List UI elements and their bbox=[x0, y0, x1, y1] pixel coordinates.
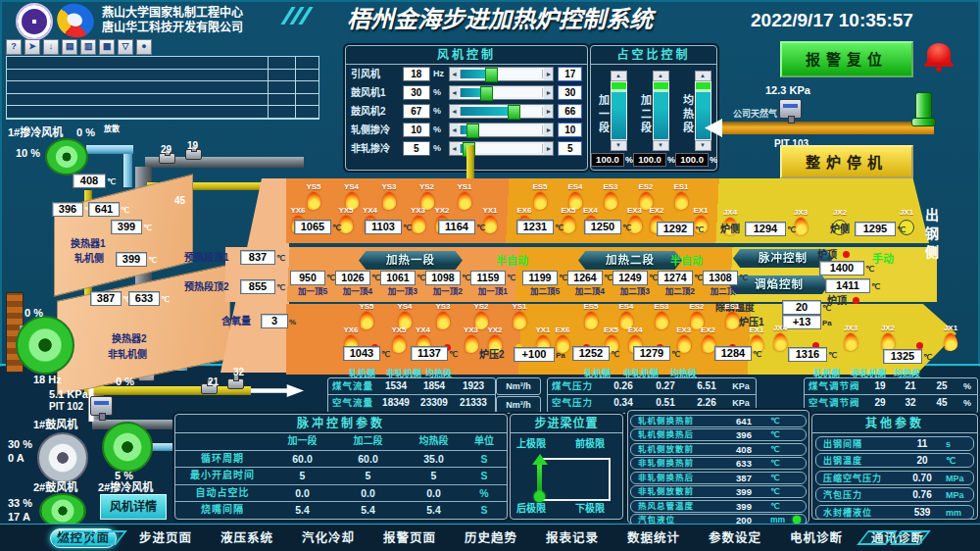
fan-feedback-value: 5 bbox=[403, 141, 430, 156]
fan-slider[interactable]: ◄ ► bbox=[449, 85, 554, 100]
slider-left-arrow[interactable]: ◄ bbox=[450, 142, 459, 155]
slider-right-arrow[interactable]: ► bbox=[544, 68, 553, 80]
duty-slider[interactable]: ▲ ▼ bbox=[695, 71, 711, 151]
unit-c: ℃ bbox=[403, 224, 412, 232]
furnace-stop-button[interactable]: 整炉停机 bbox=[780, 145, 913, 178]
nav-tab[interactable]: 汽化冷却 bbox=[296, 529, 361, 548]
fan-setpoint[interactable]: 30 bbox=[558, 85, 582, 100]
slider-up-arrow[interactable]: ▲ bbox=[611, 71, 627, 81]
slider-left-arrow[interactable]: ◄ bbox=[450, 124, 459, 136]
slider-down-arrow[interactable]: ▼ bbox=[695, 140, 711, 151]
fan-feedback-value: 10 bbox=[403, 123, 430, 137]
col-header: 均热段 bbox=[401, 436, 466, 446]
download-icon[interactable]: ↓ bbox=[43, 39, 59, 55]
fan-slider[interactable]: ◄ ► bbox=[449, 67, 554, 81]
row-value: 408 bbox=[725, 445, 762, 454]
nav-tab[interactable]: 历史趋势 bbox=[459, 529, 523, 548]
pressure-transmitter-icon[interactable] bbox=[779, 99, 802, 119]
filter-icon[interactable]: ▽ bbox=[118, 39, 133, 55]
nav-tab[interactable]: 报表记录 bbox=[540, 529, 605, 548]
lock-icon[interactable]: ● bbox=[136, 39, 152, 55]
flame-icon bbox=[410, 215, 425, 234]
pit102-transmitter-icon[interactable] bbox=[90, 396, 113, 416]
slider-right-arrow[interactable]: ► bbox=[544, 105, 553, 118]
slider-down-arrow[interactable]: ▼ bbox=[653, 140, 669, 151]
help-icon[interactable]: ? bbox=[6, 39, 22, 55]
gas-shutoff-valve-icon[interactable] bbox=[227, 378, 244, 389]
alarm-list-grid[interactable] bbox=[6, 56, 319, 120]
slider-track[interactable] bbox=[460, 70, 543, 78]
fan-setpoint[interactable]: 66 bbox=[558, 104, 582, 119]
duty-slider[interactable]: ▲ ▼ bbox=[653, 71, 669, 151]
folder-icon[interactable]: ▤ bbox=[62, 39, 77, 55]
slider-right-arrow[interactable]: ► bbox=[544, 142, 553, 155]
unit-label: % bbox=[957, 382, 977, 391]
nav-tab[interactable]: 液压系统 bbox=[215, 529, 279, 548]
dilution-fan1-icon[interactable] bbox=[45, 138, 88, 175]
slider-thumb[interactable] bbox=[466, 124, 479, 138]
temp-box: 1250 bbox=[584, 220, 621, 234]
alarm-reset-button[interactable]: 报警复位 bbox=[780, 41, 913, 77]
duty-slider-track[interactable] bbox=[695, 81, 711, 140]
burner-label: EX1 bbox=[749, 326, 763, 334]
slider-track[interactable] bbox=[460, 88, 543, 97]
fan-slider[interactable]: ◄ ► bbox=[449, 123, 554, 137]
fan-setpoint[interactable]: 17 bbox=[558, 67, 582, 81]
slider-thumb[interactable] bbox=[485, 68, 498, 82]
chart-icon[interactable]: ▥ bbox=[80, 39, 96, 55]
slider-left-arrow[interactable]: ◄ bbox=[450, 68, 459, 80]
unit-c: ℃ bbox=[923, 353, 932, 362]
unit-c: ℃ bbox=[695, 225, 704, 234]
slider-up-arrow[interactable]: ▲ bbox=[695, 71, 711, 81]
fan-detail-button[interactable]: 风机详情 bbox=[100, 494, 167, 520]
nav-tab[interactable]: 数据统计 bbox=[621, 529, 686, 548]
fan-setpoint[interactable]: 10 bbox=[558, 123, 582, 137]
slider-track[interactable] bbox=[460, 125, 543, 134]
slider-down-arrow[interactable]: ▼ bbox=[611, 140, 627, 151]
roof-temp: 1098℃加一顶2 bbox=[425, 271, 470, 296]
duty-slider-column: 加二段 ▲ ▼ 100.0% bbox=[633, 71, 675, 167]
duty-slider-track[interactable] bbox=[611, 81, 627, 140]
slider-up-arrow[interactable]: ▲ bbox=[653, 71, 669, 81]
unit-label: KPa bbox=[726, 382, 756, 391]
unit-label: % bbox=[957, 399, 977, 408]
burner-label: YS3 bbox=[435, 302, 450, 311]
temp-box: 1279 bbox=[633, 346, 670, 361]
nav-tab[interactable]: 参数设定 bbox=[703, 529, 767, 548]
burner bbox=[808, 324, 823, 349]
slider-thumb[interactable] bbox=[480, 86, 493, 101]
duty-slider[interactable]: ▲ ▼ bbox=[611, 71, 627, 151]
dilution-fan2-icon[interactable] bbox=[102, 422, 153, 473]
report-icon[interactable]: ▦ bbox=[99, 39, 115, 55]
slider-right-arrow[interactable]: ► bbox=[544, 86, 553, 99]
fan-setpoint[interactable]: 5 bbox=[558, 141, 582, 156]
burner-label: ES5 bbox=[583, 302, 598, 311]
nav-tab[interactable]: 报警页面 bbox=[377, 529, 442, 548]
gas-valve-icon[interactable] bbox=[915, 92, 932, 120]
unit-c: ℃ bbox=[671, 350, 680, 359]
roof-temp: 1274℃加二顶2 bbox=[658, 271, 703, 296]
temp-box: 1284 bbox=[714, 346, 752, 361]
slider-left-arrow[interactable]: ◄ bbox=[450, 86, 459, 99]
unit-c: ℃ bbox=[381, 350, 390, 359]
nav-tab[interactable]: 电机诊断 bbox=[784, 529, 849, 548]
slider-left-arrow[interactable]: ◄ bbox=[450, 105, 459, 118]
fan-slider[interactable]: ◄ ► bbox=[449, 141, 554, 156]
fan-slider[interactable]: ◄ ► bbox=[449, 104, 554, 119]
slider-thumb[interactable] bbox=[508, 105, 520, 120]
row-label: 最小开启时间 bbox=[175, 471, 270, 480]
nav-tab[interactable]: 步进页面 bbox=[133, 529, 198, 548]
send-icon[interactable]: ➤ bbox=[24, 39, 40, 55]
blower1-icon[interactable] bbox=[37, 432, 88, 483]
fan-unit: % bbox=[433, 88, 449, 97]
cell: 32 bbox=[895, 398, 926, 408]
idf-pct: 0 % bbox=[24, 307, 43, 320]
unit-c: ℃ bbox=[276, 283, 285, 292]
induced-draft-fan-icon[interactable] bbox=[16, 316, 74, 375]
duty-slider-track[interactable] bbox=[653, 81, 669, 140]
temp-box: 1325 bbox=[883, 349, 922, 364]
row-label: 自动占空比 bbox=[175, 488, 270, 498]
slider-right-arrow[interactable]: ► bbox=[544, 124, 553, 136]
temp-box: 399 bbox=[116, 252, 147, 267]
slider-track[interactable] bbox=[460, 107, 543, 116]
